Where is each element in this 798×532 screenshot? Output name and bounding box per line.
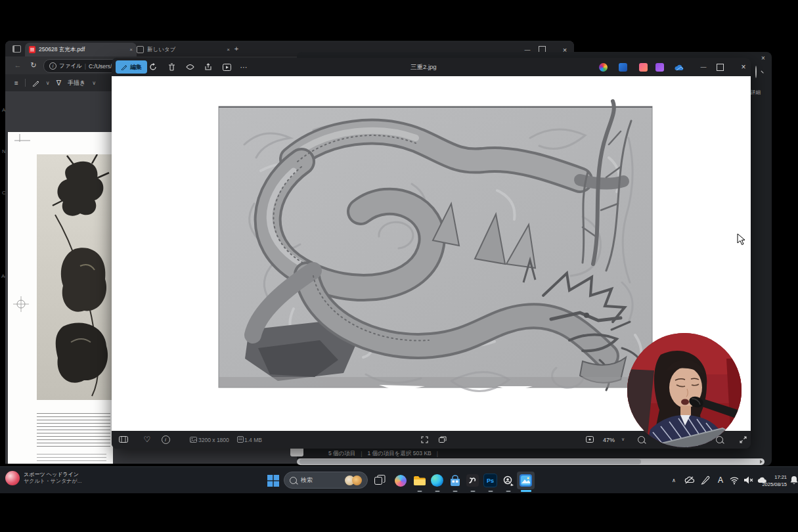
tray-expand-icon[interactable]: ∧ [669,475,679,485]
pdf-file-icon [29,46,35,53]
windows-logo-icon [267,475,279,487]
scroll-right-arrow-icon[interactable] [759,460,763,464]
scrollbar-thumb[interactable] [299,459,641,464]
photos-window-title: 三重2.jpg [410,63,437,72]
slideshow-icon[interactable] [221,61,233,73]
horizontal-scrollbar[interactable] [297,458,765,465]
back-icon[interactable]: ← [12,59,24,71]
photoshop-icon: Ps [483,474,497,487]
search-label: 検索 [301,476,341,485]
edge-icon [431,474,443,487]
zoom-chevron-icon[interactable]: ∨ [621,437,625,442]
zbrush-icon [466,474,479,487]
pdf-pen-icon[interactable] [32,79,39,87]
tab-new[interactable]: 新しいタブ × [133,43,234,56]
delete-icon[interactable] [166,61,177,73]
photos-title-bar: 編集 ⋯ 三重2.jpg — × [112,58,751,76]
pencil-icon [121,64,127,70]
zbrush-button[interactable] [464,472,481,489]
photos-app-button[interactable] [517,472,535,489]
image-dimensions: 3200 x 1800 [198,437,229,443]
hide-icon[interactable] [184,61,196,73]
onedrive-app-icon[interactable] [675,63,684,72]
paint-app-icon[interactable] [619,63,627,72]
pdf-page: 30 [8,132,113,464]
favorite-icon[interactable]: ♡ [142,434,152,445]
tab-title: 250628 玄光本.pdf [39,46,126,54]
ime-indicator[interactable]: A [715,474,726,486]
news-widget-icon [5,471,20,485]
crop-mark [13,133,33,143]
pdf-highlight-icon[interactable]: ∇ [56,79,61,87]
camera-app-icon [502,475,514,487]
page-info-icon[interactable]: i [49,62,56,70]
tab-close-icon[interactable]: × [227,47,230,53]
clock-time: 17:21 [755,474,787,481]
filmstrip-icon[interactable] [118,434,129,445]
taskbar: スポーツ ヘッドライン ヤクルト・サンタナが... 検索 [0,466,798,493]
multi-view-icon[interactable] [437,434,448,445]
file-size: 1.4 MB [244,437,262,443]
tab-title: 新しいタブ [147,46,223,54]
sculpture-photo [37,154,114,400]
fit-to-window-icon[interactable] [585,434,595,445]
camera-app-button[interactable] [499,472,517,489]
chevron-down-icon[interactable]: ∨ [46,80,50,86]
taskbar-clock[interactable]: 17:21 2025/08/15 [755,474,787,488]
fullscreen-icon[interactable] [419,434,430,445]
notification-bell-icon[interactable] [789,475,798,485]
store-icon [449,475,461,487]
onedrive-icon[interactable] [684,475,695,485]
taskbar-search[interactable]: 検索 [284,472,368,489]
volume-muted-icon[interactable] [743,475,753,485]
explorer-selection-info: 1 個の項目を選択 503 KB [368,450,432,458]
tab-actions-icon[interactable] [12,44,21,53]
pen-icon[interactable] [700,475,711,485]
search-icon [290,477,297,484]
photos-minimize-button[interactable]: — [694,58,713,76]
photos-maximize-button[interactable] [717,64,724,71]
new-tab-page-icon [137,46,144,53]
info-icon[interactable]: i [160,434,171,445]
explorer-search-icon[interactable] [755,66,757,78]
new-tab-button[interactable]: + [231,43,242,55]
widgets-button[interactable]: スポーツ ヘッドライン ヤクルト・サンタナが... [5,471,81,485]
address-scheme: ファイル [59,62,82,70]
chevron-down-icon[interactable]: ∨ [92,80,96,86]
store-button[interactable] [446,472,464,489]
photos-editor-app-icon[interactable] [655,63,664,72]
zoom-level[interactable]: 47% [603,437,615,443]
search-highlight-thumb [352,476,362,485]
explorer-details-button[interactable]: 詳細 [751,89,761,96]
explorer-item-count: 5 個の項目 [328,450,355,458]
edit-button[interactable]: 編集 [116,60,147,74]
pdf-paragraph-text-italic [37,454,106,464]
image-size-icon [188,434,198,445]
photos-close-button[interactable]: × [734,58,753,76]
widget-headline: スポーツ ヘッドライン [24,472,81,478]
start-button[interactable] [264,472,282,489]
registration-mark [13,296,29,312]
task-view-button[interactable] [371,472,389,489]
edit-label: 編集 [130,63,142,72]
clipchamp-app-icon[interactable] [639,63,648,72]
designer-app-icon[interactable] [599,63,608,72]
pdf-draw-label[interactable]: 手描き [68,79,85,87]
explorer-close-button[interactable]: × [757,53,769,62]
photos-app-icon [520,474,532,487]
share-icon[interactable] [202,61,214,73]
tab-pdf[interactable]: 250628 玄光本.pdf × [25,43,137,56]
photoshop-button[interactable]: Ps [481,472,499,489]
widget-subline: ヤクルト・サンタナが... [24,478,81,485]
more-options-icon[interactable]: ⋯ [238,61,250,73]
file-explorer-button[interactable] [410,472,428,489]
pdf-toc-icon[interactable]: ≡ [14,79,18,87]
copilot-icon [395,475,407,487]
rotate-icon[interactable] [147,61,159,73]
edge-button[interactable] [428,472,446,489]
refresh-icon[interactable]: ↻ [28,59,39,71]
explorer-status-bar: 5 個の項目 | 1 個の項目を選択 503 KB | [302,449,777,458]
copilot-button[interactable] [391,472,409,489]
webcam-overlay [627,332,742,448]
wifi-icon[interactable] [729,475,740,485]
